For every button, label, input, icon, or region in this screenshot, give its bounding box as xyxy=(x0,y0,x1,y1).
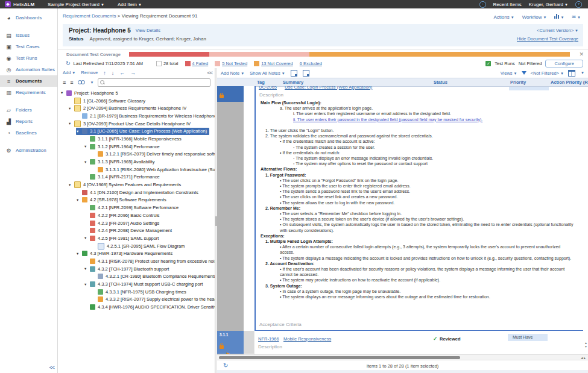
expander-icon[interactable]: ▾ xyxy=(77,129,82,134)
activity-icon[interactable]: ◔ xyxy=(479,1,486,8)
sidebar-item-automation-suites[interactable]: ◎Automation Suites xyxy=(0,64,57,75)
expander-icon[interactable]: ▾ xyxy=(77,198,82,202)
tree-item-project[interactable]: ▾Project: Headphone 5 xyxy=(58,89,215,97)
sidebar-item-folders[interactable]: ▱Folders xyxy=(0,104,57,116)
tree-item-fr-2096[interactable]: 4.2.2 [FR-2096] Basic Controls xyxy=(58,212,215,219)
filter-selector[interactable]: <Not Filtered>▼ xyxy=(531,71,564,76)
column-header-status[interactable]: Status xyxy=(434,80,447,85)
sidebar-item-reports[interactable]: ▟Reports xyxy=(0,116,57,127)
expand-all-icon[interactable]: ≡ xyxy=(63,80,66,86)
collapse-all-icon[interactable]: ≡ xyxy=(70,80,73,86)
expander-icon[interactable]: ▾ xyxy=(84,160,90,165)
show-all-notes-button[interactable]: Show All Notes▼ xyxy=(250,71,285,76)
expander-icon[interactable]: ▾ xyxy=(84,282,90,287)
tree-item-nfr-1964[interactable]: ▾3.1.2 [NFR-1964] Performance xyxy=(58,143,215,151)
column-header-action[interactable]: Action Priority (RPN xyxy=(551,80,588,85)
legend-label[interactable]: 5 Not Tested xyxy=(222,61,247,66)
project-menu[interactable]: Sample Project Gerhard▼ xyxy=(48,2,104,7)
sidebar-item-baselines[interactable]: ◔Baselines xyxy=(0,127,57,139)
views-menu[interactable]: Views▼ xyxy=(501,71,517,76)
legend-label[interactable]: 6 Excluded xyxy=(300,61,322,66)
workflow-menu[interactable]: Workflow▼ xyxy=(522,14,547,20)
item-tag-link[interactable]: NFR-1966 xyxy=(258,336,279,342)
tree-item-ov-1969[interactable]: ▾4 [OV-1969] System Features and Require… xyxy=(58,181,215,189)
note-add-icon[interactable] xyxy=(303,70,309,77)
expander-icon[interactable]: ▾ xyxy=(69,183,74,187)
column-header-priority[interactable]: Priority xyxy=(510,80,526,85)
sidebar-item-test-cases[interactable]: ▣Test Cases xyxy=(0,41,57,52)
expander-icon[interactable]: ▾ xyxy=(84,236,90,240)
tree-item-nfr-2099[interactable]: 4.2.1 [NFR-2099] Software Performance xyxy=(58,204,215,212)
hide-coverage-link[interactable]: Hide Document Test Coverage xyxy=(517,36,578,42)
filter-icon[interactable] xyxy=(522,71,526,75)
reports-menu[interactable]: ▼ xyxy=(554,14,564,20)
description-link-line[interactable]: ii. The user enters their password in th… xyxy=(259,117,574,122)
move-up-button[interactable]: ↑ xyxy=(103,70,106,76)
column-header-tag[interactable]: Tag xyxy=(257,80,265,85)
add-item-menu[interactable]: Add Item▼ xyxy=(118,2,142,7)
scroll-arrows[interactable]: ◂ ▸ xyxy=(581,356,586,360)
sidebar-item-administration[interactable]: ⚙Administration xyxy=(0,145,57,156)
item-summary-link[interactable]: Mobile Responsiveness xyxy=(283,336,331,342)
tree-item-risk-2078[interactable]: 4.3.1 [RISK-2078] Protect user hearing f… xyxy=(58,257,215,265)
sidebar-collapse-button[interactable]: << xyxy=(49,365,54,371)
columns-icon[interactable] xyxy=(568,70,575,77)
sidebar-item-test-runs[interactable]: ◉Test Runs xyxy=(0,52,57,64)
user-menu[interactable]: Kruger, Gerhard▼ xyxy=(529,2,568,7)
add-button[interactable]: Add▼ xyxy=(63,70,75,75)
tree-item-sr-2095[interactable]: 4.2.5.1 [SR-2095] SAML Flow Diagram xyxy=(58,242,215,250)
tree-item-risk-2079[interactable]: 3.1.2.1 [RISK-2079] Deliver timely and r… xyxy=(58,151,215,158)
tree-item-hwr-1973[interactable]: ▾4.3 [HWR-1973] Hardware Requirements xyxy=(58,249,215,257)
tree-item-hwr-1976[interactable]: 4.3.4 [HWR-1976] AUDIO SPECIFICATION. Dr… xyxy=(58,303,215,311)
tree-item-dn-2100[interactable]: 4.1 [DN-2100] Design and Implementation … xyxy=(58,189,215,196)
move-left-button[interactable]: ← xyxy=(119,70,125,76)
legend-label[interactable]: 4 Failed xyxy=(192,61,209,66)
tree-item-fr-2097[interactable]: 4.2.3 [FR-2097] Audio Settings xyxy=(58,219,215,227)
tree-item-nfr-1975[interactable]: 4.3.3.1 [NFR-1975] USB Charging times xyxy=(58,288,215,296)
vertical-scroll-arrows[interactable]: ▲▼ xyxy=(584,341,587,348)
expander-icon[interactable]: ▾ xyxy=(77,251,82,256)
expander-icon[interactable]: ▾ xyxy=(61,90,66,95)
tree-item-cr-1980[interactable]: 4.3.2.1 [CR-1980] Bluetooth Compliance R… xyxy=(58,273,215,281)
tree-item-fr-1981[interactable]: ▾4.2.5 [FR-1981] SAML support xyxy=(58,234,215,242)
sidebar-item-requirements[interactable]: ▥Requirements xyxy=(0,87,57,98)
email-menu[interactable]: ✉▼ xyxy=(572,14,581,20)
table-row[interactable]: NFR-1966 Mobile Responsiveness ✓ Reviewe… xyxy=(254,331,588,355)
tree-item-tch-1977[interactable]: ▾4.3.2 [TCH-1977] Bluetooth support xyxy=(58,265,215,273)
tree-item-uc-2065[interactable]: ▾3.1 [UC-2065] Use Case: Login Process (… xyxy=(58,127,215,135)
tree-item-risk-2077[interactable]: 4.3.3.2 [RISK-2077] Supply electrical po… xyxy=(58,296,215,304)
tree-item-ov-2094[interactable]: ▾2 [OV-2094] Business Requirements Headp… xyxy=(58,104,215,112)
panel-collapse-button[interactable]: << xyxy=(207,70,215,76)
sidebar-item-documents[interactable]: ≡Documents xyxy=(0,75,57,87)
tree-item-nfr-2171[interactable]: 3.1.4 [NFR-2171] Performance xyxy=(58,174,215,181)
move-down-button[interactable]: ↓ xyxy=(112,70,115,76)
search-input[interactable] xyxy=(106,79,209,86)
column-header-summary[interactable]: Summary xyxy=(283,80,303,85)
tree-item-risk-2080[interactable]: 3.1.3.1 [RISK-2080] Web Application Infr… xyxy=(58,166,215,174)
tree-item-nfr-1965[interactable]: ▾3.1.3 [NFR-1965] Availability xyxy=(58,158,215,166)
refresh-icon[interactable]: ↻ xyxy=(58,61,71,66)
close-icon[interactable]: ✕ xyxy=(575,51,588,57)
note-icon[interactable] xyxy=(291,70,297,77)
scrollbar-thumb[interactable] xyxy=(219,356,460,359)
sidebar-item-issues[interactable]: ▤Issues xyxy=(0,30,57,41)
row-3-1-number-cell[interactable] xyxy=(217,86,244,102)
sidebar-item-dashboards[interactable]: ◕Dashboards xyxy=(0,12,57,24)
version-selector[interactable]: <Current Version>▼ xyxy=(537,28,578,33)
tree-item-fr-2098[interactable]: 4.2.4 [FR-2098] Device Management xyxy=(58,227,215,234)
legend-label[interactable]: 13 Not Covered xyxy=(261,61,293,66)
breadcrumb-parent-link[interactable]: Requirement Documents xyxy=(63,13,116,19)
move-right-button[interactable]: → xyxy=(130,70,136,76)
tree-item-ov-2093[interactable]: ▾3 [OV-2093] Product Use Case Details He… xyxy=(58,120,215,128)
expander-icon[interactable]: ▾ xyxy=(84,144,90,149)
tree-item-tch-1974[interactable]: ▾4.3.3 [TCH-1974] Must support USB-C cha… xyxy=(58,280,215,288)
remove-button[interactable]: Remove xyxy=(81,70,98,75)
expander-icon[interactable]: ▾ xyxy=(69,121,74,126)
row-3-1-1-number-cell[interactable]: 3.1.1 ⚑ xyxy=(217,331,244,354)
row-3-1-clipped[interactable]: UC-2065 Use Case: Login Process (Web App… xyxy=(256,86,583,90)
view-details-link[interactable]: View Details xyxy=(136,28,160,33)
tree-item-sr-1978[interactable]: ▾4.2 [SR-1978] Software Requirements xyxy=(58,196,215,204)
help-icon[interactable]: ? xyxy=(575,1,582,8)
tree-item-br-1979[interactable]: 2.1 [BR-1979] Business Requirements for … xyxy=(58,112,215,120)
link-items-icon[interactable] xyxy=(78,80,85,84)
